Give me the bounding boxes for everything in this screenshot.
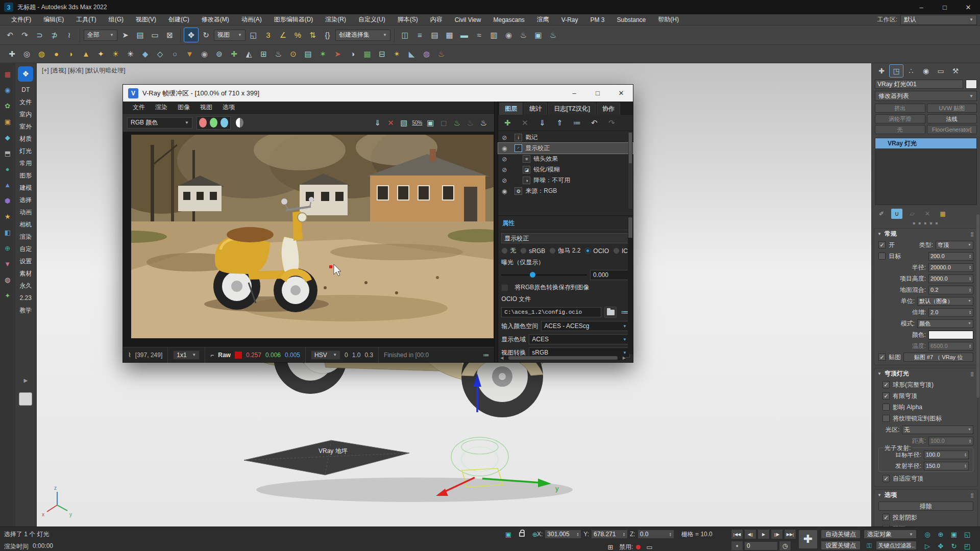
dock-tab-label[interactable]: 2.23 — [20, 292, 32, 304]
custom-icon-10[interactable]: ◆ — [138, 47, 152, 61]
region-render-icon[interactable]: ▧ — [397, 116, 410, 130]
orbit-icon[interactable]: ↻ — [948, 541, 960, 551]
current-frame-field[interactable]: 0 — [744, 541, 778, 550]
browse-folder-icon[interactable] — [604, 307, 617, 318]
dock-icon-15[interactable]: ✦ — [2, 290, 13, 301]
vfb-splitter[interactable] — [494, 102, 498, 362]
spinner-snap-icon[interactable]: ⇅ — [306, 28, 320, 42]
playback-button[interactable]: |◀◀ — [731, 529, 743, 539]
dome-checkbox[interactable] — [883, 415, 890, 422]
custom-icon-7[interactable]: ✦ — [94, 47, 108, 61]
menu-item[interactable]: V-Ray — [555, 14, 584, 26]
custom-icon-27[interactable]: ✴ — [390, 47, 404, 61]
save-layers-icon[interactable]: ⇓ — [536, 117, 548, 129]
custom-icon-20[interactable]: ⊙ — [286, 47, 300, 61]
menu-item[interactable]: 动画(A) — [235, 14, 268, 26]
key-icon[interactable]: ⚿ — [864, 541, 875, 551]
vfb-panel-tab[interactable]: 协作 — [597, 103, 620, 115]
dome-checkbox[interactable]: ✓ — [883, 392, 890, 399]
motion-tab-icon[interactable]: ◉ — [919, 65, 933, 77]
degradation-icon[interactable]: ⊞ — [605, 542, 616, 551]
menu-item[interactable]: 工具(T) — [70, 14, 102, 26]
custom-icon-19[interactable]: ♨ — [272, 47, 285, 61]
custom-icon-26[interactable]: ⊟ — [375, 47, 389, 61]
menu-item[interactable]: 创建(C) — [162, 14, 195, 26]
workspace-dropdown[interactable]: 默认▼ — [900, 15, 977, 25]
align-icon[interactable]: ≡ — [413, 28, 427, 42]
vfb-canvas[interactable] — [123, 132, 494, 347]
redo-icon[interactable]: ↷ — [18, 28, 32, 42]
alpha-channel-toggle[interactable] — [236, 118, 243, 128]
exposure-value-field[interactable]: 0.000 — [590, 270, 630, 280]
dock-icon-11[interactable]: ◧ — [2, 227, 13, 238]
fov-icon[interactable]: ▷ — [922, 541, 933, 551]
load-layers-icon[interactable]: ⇑ — [553, 117, 566, 129]
input-space-dropdown[interactable]: ACES - ACEScg▼ — [541, 321, 630, 331]
dock-icon-3[interactable]: ✿ — [2, 100, 13, 111]
lock-selection-icon[interactable] — [516, 529, 527, 539]
light-color-swatch[interactable] — [928, 331, 973, 339]
menu-item[interactable]: 编辑(E) — [37, 14, 70, 26]
zoom-50-icon[interactable]: 50% — [410, 116, 424, 130]
modifier-button[interactable]: 涡轮平滑 — [875, 114, 925, 123]
vfb-menu-item[interactable]: 渲染 — [151, 103, 172, 112]
playback-button[interactable]: ||▶ — [771, 529, 783, 539]
utilities-tab-icon[interactable]: ⚒ — [949, 65, 962, 77]
vfb-menu-item[interactable]: 文件 — [128, 103, 150, 112]
layer-row[interactable]: ⊘ ◑ 降噪：不可用 — [498, 175, 633, 186]
set-key-button[interactable]: 设置关键点 — [821, 541, 861, 550]
red-channel-toggle[interactable] — [199, 118, 207, 128]
ribbon-icon[interactable]: ▬ — [457, 28, 471, 42]
modifier-list-dropdown[interactable]: 修改器列表▼ — [875, 91, 977, 101]
stop-render-icon[interactable]: ♨ — [477, 116, 490, 130]
visibility-eye-icon[interactable]: ⊘ — [500, 166, 508, 173]
stack-item-vray-light[interactable]: VRay 灯光 — [875, 138, 976, 148]
create-tab-icon[interactable]: ✚ — [875, 65, 888, 77]
hsv-dropdown[interactable]: HSV▼ — [311, 350, 340, 360]
command-panel-scrollbar[interactable] — [976, 214, 979, 398]
display-tab-icon[interactable]: ▭ — [934, 65, 947, 77]
menu-item[interactable]: 渲染(R) — [319, 14, 352, 26]
viewport-monitor-icon[interactable]: ▭ — [644, 542, 655, 551]
dock-tab-label[interactable]: 材质 — [19, 133, 32, 145]
dock-tab-label[interactable]: 室内 — [19, 108, 32, 120]
layer-menu-icon[interactable]: ≔ — [571, 117, 583, 129]
ground-blend-field[interactable]: 0.2▲▼ — [928, 286, 973, 294]
menu-item[interactable]: PM 3 — [584, 14, 611, 26]
selected-object-dropdown[interactable]: 选定对象▼ — [864, 530, 917, 539]
properties-vscrollbar[interactable] — [628, 217, 633, 354]
menu-item[interactable]: 修改器(M) — [195, 14, 235, 26]
selection-filter-dropdown[interactable]: 全部▼ — [84, 30, 117, 41]
render-production-icon[interactable]: ♨ — [546, 28, 560, 42]
visibility-eye-icon[interactable]: ◉ — [500, 145, 508, 152]
vfb-minimize-button[interactable]: – — [562, 86, 586, 101]
vfb-close-button[interactable]: ✕ — [609, 86, 633, 101]
dock-tab-label[interactable]: 相机 — [19, 218, 32, 231]
menu-item[interactable]: Substance — [611, 14, 652, 26]
target-radius-field[interactable]: 100.0▲▼ — [924, 450, 969, 459]
modify-tab-icon[interactable]: ◳ — [890, 65, 903, 77]
custom-icon-3[interactable]: ◍ — [35, 47, 48, 61]
undo-layer-icon[interactable]: ↶ — [588, 117, 600, 129]
menu-item[interactable]: 图形编辑器(D) — [268, 14, 320, 26]
clear-image-icon[interactable]: ✕ — [384, 116, 397, 130]
dock-color-swatch[interactable] — [19, 392, 32, 406]
zoom-extents-icon[interactable]: ▣ — [948, 529, 960, 539]
custom-icon-21[interactable]: ▤ — [301, 47, 315, 61]
custom-icon-1[interactable]: ✚ — [5, 47, 19, 61]
x-coordinate-field[interactable]: 301.005▲▼ — [545, 530, 581, 539]
render-viewport-icon[interactable]: ♨ — [463, 116, 477, 130]
menu-item[interactable]: 脚本(S) — [391, 14, 424, 26]
display-gamut-dropdown[interactable]: ACES▼ — [529, 334, 630, 344]
dock-expand-icon[interactable]: ▶ — [23, 378, 28, 383]
crossing-selection-icon[interactable]: ⊠ — [163, 28, 177, 42]
visibility-eye-icon[interactable]: ⊘ — [500, 134, 508, 141]
modifier-button[interactable]: UVW 贴图 — [927, 104, 977, 113]
texture-map-button[interactable]: 贴图 #7 （ VRay 位 — [903, 353, 973, 362]
dock-icon-2[interactable]: ◉ — [2, 84, 13, 95]
menu-item[interactable]: 组(G) — [103, 14, 130, 26]
distance-field[interactable]: 100.0▲▼ — [928, 437, 973, 445]
zoom-all-icon[interactable]: ⊕ — [935, 529, 946, 539]
properties-hscrollbar[interactable]: ◀▶ — [500, 356, 626, 360]
scene-explorer-icon[interactable]: ▤ — [428, 28, 442, 42]
